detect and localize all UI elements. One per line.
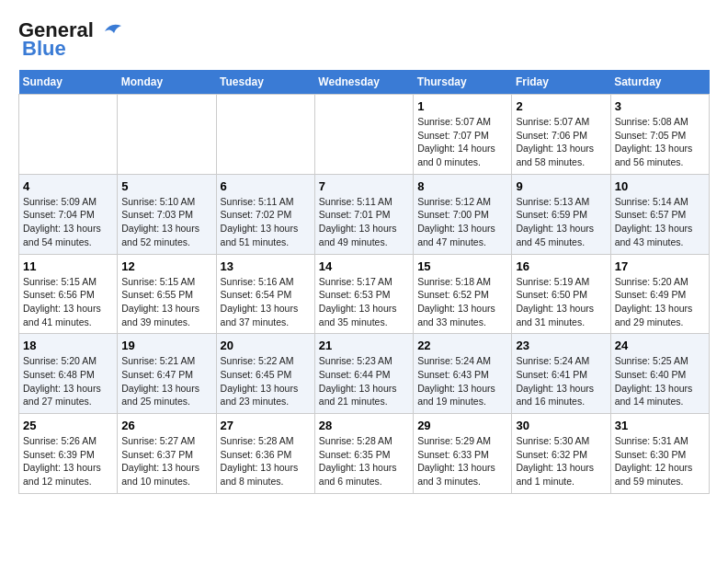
day-info: Sunrise: 5:11 AM Sunset: 7:02 PM Dayligh… [221, 195, 311, 249]
day-number: 1 [417, 99, 507, 113]
day-number: 5 [121, 179, 211, 193]
day-number: 16 [516, 259, 606, 273]
day-number: 2 [516, 99, 606, 113]
day-header-friday: Friday [512, 70, 610, 95]
logo-blue: Blue [22, 37, 66, 61]
calendar-cell: 11Sunrise: 5:15 AM Sunset: 6:56 PM Dayli… [19, 254, 118, 334]
day-info: Sunrise: 5:24 AM Sunset: 6:41 PM Dayligh… [516, 354, 606, 408]
day-info: Sunrise: 5:26 AM Sunset: 6:39 PM Dayligh… [23, 434, 113, 488]
calendar-cell [216, 95, 314, 175]
calendar-cell: 12Sunrise: 5:15 AM Sunset: 6:55 PM Dayli… [118, 254, 216, 334]
day-info: Sunrise: 5:12 AM Sunset: 7:00 PM Dayligh… [417, 195, 507, 249]
day-header-thursday: Thursday [414, 70, 512, 95]
day-info: Sunrise: 5:22 AM Sunset: 6:45 PM Dayligh… [221, 354, 311, 408]
day-info: Sunrise: 5:31 AM Sunset: 6:30 PM Dayligh… [615, 434, 705, 488]
day-number: 14 [319, 259, 409, 273]
day-info: Sunrise: 5:10 AM Sunset: 7:03 PM Dayligh… [121, 195, 211, 249]
calendar-cell: 1Sunrise: 5:07 AM Sunset: 7:07 PM Daylig… [414, 95, 512, 175]
calendar-cell: 25Sunrise: 5:26 AM Sunset: 6:39 PM Dayli… [19, 414, 118, 494]
calendar-week-5: 25Sunrise: 5:26 AM Sunset: 6:39 PM Dayli… [19, 414, 710, 494]
day-info: Sunrise: 5:14 AM Sunset: 6:57 PM Dayligh… [615, 195, 705, 249]
day-info: Sunrise: 5:07 AM Sunset: 7:07 PM Dayligh… [417, 115, 507, 169]
day-info: Sunrise: 5:21 AM Sunset: 6:47 PM Dayligh… [121, 354, 211, 408]
day-number: 17 [615, 259, 705, 273]
calendar-cell: 14Sunrise: 5:17 AM Sunset: 6:53 PM Dayli… [314, 254, 413, 334]
calendar-week-3: 11Sunrise: 5:15 AM Sunset: 6:56 PM Dayli… [19, 254, 710, 334]
calendar-cell: 21Sunrise: 5:23 AM Sunset: 6:44 PM Dayli… [314, 334, 413, 414]
day-info: Sunrise: 5:23 AM Sunset: 6:44 PM Dayligh… [319, 354, 409, 408]
calendar-cell: 23Sunrise: 5:24 AM Sunset: 6:41 PM Dayli… [512, 334, 610, 414]
calendar-cell: 31Sunrise: 5:31 AM Sunset: 6:30 PM Dayli… [610, 414, 709, 494]
day-number: 4 [23, 179, 113, 193]
day-number: 27 [221, 419, 311, 432]
day-number: 18 [23, 339, 113, 352]
day-info: Sunrise: 5:29 AM Sunset: 6:33 PM Dayligh… [417, 434, 507, 488]
day-number: 11 [23, 259, 113, 273]
day-info: Sunrise: 5:07 AM Sunset: 7:06 PM Dayligh… [516, 115, 606, 169]
calendar-cell: 8Sunrise: 5:12 AM Sunset: 7:00 PM Daylig… [414, 174, 512, 254]
day-info: Sunrise: 5:11 AM Sunset: 7:01 PM Dayligh… [319, 195, 409, 249]
calendar-cell: 30Sunrise: 5:30 AM Sunset: 6:32 PM Dayli… [512, 414, 610, 494]
calendar-cell: 26Sunrise: 5:27 AM Sunset: 6:37 PM Dayli… [118, 414, 216, 494]
day-number: 25 [23, 419, 113, 432]
day-info: Sunrise: 5:20 AM Sunset: 6:48 PM Dayligh… [23, 354, 113, 408]
day-info: Sunrise: 5:24 AM Sunset: 6:43 PM Dayligh… [417, 354, 507, 408]
day-number: 28 [319, 419, 409, 432]
day-number: 26 [121, 419, 211, 432]
day-number: 12 [121, 259, 211, 273]
calendar-cell: 24Sunrise: 5:25 AM Sunset: 6:40 PM Dayli… [610, 334, 709, 414]
logo-bird-icon [96, 18, 125, 39]
calendar-cell: 15Sunrise: 5:18 AM Sunset: 6:52 PM Dayli… [414, 254, 512, 334]
day-info: Sunrise: 5:27 AM Sunset: 6:37 PM Dayligh… [121, 434, 211, 488]
calendar-cell: 3Sunrise: 5:08 AM Sunset: 7:05 PM Daylig… [610, 95, 709, 175]
calendar-cell: 5Sunrise: 5:10 AM Sunset: 7:03 PM Daylig… [118, 174, 216, 254]
day-info: Sunrise: 5:15 AM Sunset: 6:56 PM Dayligh… [23, 275, 113, 329]
calendar-cell: 19Sunrise: 5:21 AM Sunset: 6:47 PM Dayli… [118, 334, 216, 414]
day-info: Sunrise: 5:19 AM Sunset: 6:50 PM Dayligh… [516, 275, 606, 329]
day-header-tuesday: Tuesday [216, 70, 314, 95]
day-number: 10 [615, 179, 705, 193]
days-header-row: SundayMondayTuesdayWednesdayThursdayFrid… [19, 70, 710, 95]
day-info: Sunrise: 5:25 AM Sunset: 6:40 PM Dayligh… [615, 354, 705, 408]
day-header-saturday: Saturday [610, 70, 709, 95]
calendar-cell: 27Sunrise: 5:28 AM Sunset: 6:36 PM Dayli… [216, 414, 314, 494]
day-header-sunday: Sunday [19, 70, 118, 95]
day-header-wednesday: Wednesday [314, 70, 413, 95]
calendar-cell: 28Sunrise: 5:28 AM Sunset: 6:35 PM Dayli… [314, 414, 413, 494]
calendar-cell: 13Sunrise: 5:16 AM Sunset: 6:54 PM Dayli… [216, 254, 314, 334]
day-number: 3 [615, 99, 705, 113]
calendar-cell: 6Sunrise: 5:11 AM Sunset: 7:02 PM Daylig… [216, 174, 314, 254]
day-info: Sunrise: 5:16 AM Sunset: 6:54 PM Dayligh… [221, 275, 311, 329]
day-number: 13 [221, 259, 311, 273]
day-number: 20 [221, 339, 311, 352]
calendar-cell: 9Sunrise: 5:13 AM Sunset: 6:59 PM Daylig… [512, 174, 610, 254]
calendar-cell: 16Sunrise: 5:19 AM Sunset: 6:50 PM Dayli… [512, 254, 610, 334]
header: General Blue [18, 18, 710, 61]
calendar-cell: 4Sunrise: 5:09 AM Sunset: 7:04 PM Daylig… [19, 174, 118, 254]
day-number: 8 [417, 179, 507, 193]
calendar-cell: 17Sunrise: 5:20 AM Sunset: 6:49 PM Dayli… [610, 254, 709, 334]
day-info: Sunrise: 5:13 AM Sunset: 6:59 PM Dayligh… [516, 195, 606, 249]
calendar-week-2: 4Sunrise: 5:09 AM Sunset: 7:04 PM Daylig… [19, 174, 710, 254]
calendar-cell: 18Sunrise: 5:20 AM Sunset: 6:48 PM Dayli… [19, 334, 118, 414]
day-number: 30 [516, 419, 606, 432]
calendar-cell [118, 95, 216, 175]
day-info: Sunrise: 5:28 AM Sunset: 6:36 PM Dayligh… [221, 434, 311, 488]
day-number: 9 [516, 179, 606, 193]
calendar-cell: 2Sunrise: 5:07 AM Sunset: 7:06 PM Daylig… [512, 95, 610, 175]
day-info: Sunrise: 5:20 AM Sunset: 6:49 PM Dayligh… [615, 275, 705, 329]
day-info: Sunrise: 5:09 AM Sunset: 7:04 PM Dayligh… [23, 195, 113, 249]
calendar-cell: 22Sunrise: 5:24 AM Sunset: 6:43 PM Dayli… [414, 334, 512, 414]
day-number: 24 [615, 339, 705, 352]
calendar-table: SundayMondayTuesdayWednesdayThursdayFrid… [18, 70, 710, 494]
calendar-week-1: 1Sunrise: 5:07 AM Sunset: 7:07 PM Daylig… [19, 95, 710, 175]
day-info: Sunrise: 5:30 AM Sunset: 6:32 PM Dayligh… [516, 434, 606, 488]
logo: General Blue [18, 18, 125, 61]
day-info: Sunrise: 5:17 AM Sunset: 6:53 PM Dayligh… [319, 275, 409, 329]
day-info: Sunrise: 5:28 AM Sunset: 6:35 PM Dayligh… [319, 434, 409, 488]
calendar-cell [19, 95, 118, 175]
day-info: Sunrise: 5:18 AM Sunset: 6:52 PM Dayligh… [417, 275, 507, 329]
day-number: 31 [615, 419, 705, 432]
day-number: 23 [516, 339, 606, 352]
day-info: Sunrise: 5:15 AM Sunset: 6:55 PM Dayligh… [121, 275, 211, 329]
